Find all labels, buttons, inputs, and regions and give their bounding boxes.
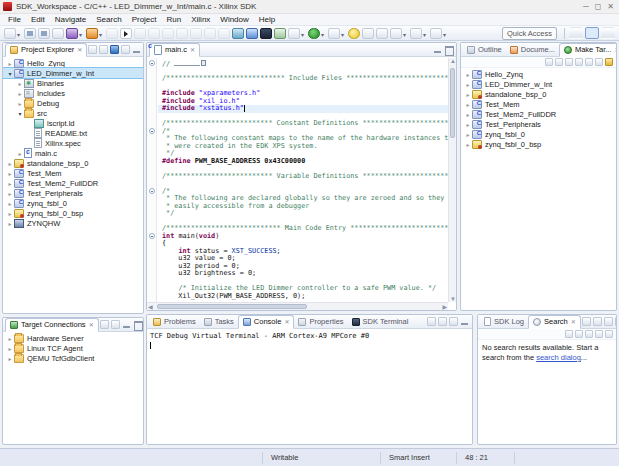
cpp-perspective-button[interactable] [585,27,599,39]
filter-dropdown[interactable] [585,330,593,338]
debug-perspective-icon[interactable] [601,27,615,39]
save-all[interactable] [38,28,50,39]
run-green-dropdown[interactable]: ▾ [308,28,320,39]
run-disabled[interactable] [134,28,146,39]
tree-item-debug[interactable]: ▸Debug [3,98,143,108]
menu-search[interactable]: Search [91,15,126,24]
tree-item-xilinx-spec[interactable]: Xilinx.spec [3,138,143,148]
expand-arrow-icon[interactable]: ▸ [464,141,472,148]
tree-item-test-peripherals[interactable]: ▸Test_Peripherals [3,188,143,198]
fold-marker-icon[interactable] [149,128,155,134]
fold-marker-icon[interactable] [149,60,155,66]
new-dropdown[interactable]: ▾ [4,28,16,39]
expand-arrow-icon[interactable]: ▸ [16,100,24,107]
close-icon[interactable]: ✕ [615,46,618,53]
close-icon[interactable]: ✕ [190,46,195,53]
expand-arrow-icon[interactable]: ▸ [6,355,14,362]
open-perspective-icon[interactable] [569,27,583,39]
tab-problems[interactable]: Problems [149,315,200,329]
tree-item-zynqhw[interactable]: ▸ZYNQHW [3,218,143,228]
maximize-icon[interactable] [444,45,453,54]
wrench-dropdown[interactable]: ▾ [86,28,98,39]
menu-window[interactable]: Window [215,15,253,24]
tab-make-tar[interactable]: Make Tar...✕ [559,43,617,57]
code-area[interactable]: // /***************************** Includ… [158,60,448,302]
expand-arrow-icon[interactable]: ▸ [16,80,24,87]
sort-icon[interactable] [545,58,553,66]
forward-dropdown[interactable]: ▾ [430,28,442,39]
expand-arrow-icon[interactable]: ▸ [6,345,14,352]
pin-icon[interactable] [615,317,617,326]
editor-vertical-scrollbar[interactable]: ▲ ▼ [448,58,456,302]
step-return-disabled[interactable] [218,28,230,39]
tab-tasks[interactable]: Tasks [200,315,238,329]
expand-arrow-icon[interactable]: ▸ [6,220,14,227]
close-icon[interactable]: ✕ [571,318,576,325]
expand-arrow-icon[interactable]: ▾ [16,110,24,117]
tree-item-linux-tcf-agent[interactable]: ▸Linux TCF Agent [3,343,143,353]
tab-project-explorer[interactable]: Project Explorer✕ [5,43,87,57]
pause-disabled[interactable] [148,28,160,39]
open-console-icon[interactable] [427,317,436,326]
tree-item-standalone-bsp-0[interactable]: ▸standalone_bsp_0 [3,158,143,168]
next-annotation[interactable] [376,28,388,39]
connect-icon[interactable] [100,320,109,329]
tab-properties[interactable]: Properties [294,315,347,329]
tab-console[interactable]: Console✕ [238,315,295,329]
view-menu-icon[interactable] [121,45,130,54]
step-over-disabled[interactable] [204,28,216,39]
minimize-icon[interactable] [132,45,141,54]
tree-item-led-dimmer-w-int[interactable]: ▾LED_Dimmer_w_Int [3,68,143,78]
tree-item-zynq-fsbl-0-bsp[interactable]: ▸zynq_fsbl_0_bsp [461,139,616,149]
tab-search[interactable]: Search✕ [528,315,581,329]
link-icon[interactable] [565,58,573,66]
close-window-icon[interactable]: ✕ [607,3,614,11]
relaunch-disabled[interactable] [176,28,188,39]
expand-arrow-icon[interactable]: ▸ [464,101,472,108]
tree-item-binaries[interactable]: ▸Binaries [3,78,143,88]
build-hammer-icon[interactable] [605,58,613,66]
tree-item-hello-zynq[interactable]: ▸Hello_Zynq [3,58,143,68]
tab-target-connections[interactable]: Target Connections✕ [5,318,99,332]
expand-arrow-icon[interactable]: ▸ [16,150,24,157]
new-console-dropdown[interactable] [449,317,458,326]
stop-disabled[interactable] [162,28,174,39]
menu-edit[interactable]: Edit [26,15,50,24]
refresh-icon[interactable] [565,330,573,338]
tree-item-test-mem2-fullddr[interactable]: ▸Test_Mem2_FullDDR [461,109,616,119]
expand-arrow-icon[interactable]: ▸ [464,121,472,128]
menu-help[interactable]: Help [254,15,280,24]
lightbulb-icon[interactable] [348,28,360,39]
new-target-icon[interactable] [575,58,583,66]
build-dropdown[interactable]: ▾ [66,28,78,39]
menu-navigate[interactable]: Navigate [50,15,92,24]
scroll-down-icon[interactable]: ▼ [450,296,456,302]
tree-item-standalone-bsp-0[interactable]: ▸standalone_bsp_0 [461,89,616,99]
menu-icon[interactable] [575,330,583,338]
link-dropdown[interactable]: ▾ [328,28,340,39]
close-icon[interactable]: ✕ [89,321,94,328]
tree-item-led-dimmer-w-int[interactable]: ▸LED_Dimmer_w_Int [461,79,616,89]
fold-marker-icon[interactable] [149,188,155,194]
forward-icon[interactable] [595,58,603,66]
expand-arrow-icon[interactable]: ▸ [6,180,14,187]
expand-arrow-icon[interactable]: ▸ [6,60,14,67]
minimize-window-icon[interactable]: ─ [583,3,589,11]
tree-item-zynq-fsbl-0-bsp[interactable]: ▸zynq_fsbl_0_bsp [3,208,143,218]
tree-item-hello-zynq[interactable]: ▸Hello_Zynq [461,69,616,79]
menu-icon[interactable] [593,317,602,326]
close-icon[interactable]: ✕ [284,318,289,325]
minimize-icon[interactable] [433,45,442,54]
filter-dropdown[interactable] [604,317,613,326]
hide-icon[interactable] [555,58,563,66]
collapse-all-icon[interactable] [88,45,97,54]
console-output[interactable]: TCF Debug Virtual Terminal - ARM Cortex-… [147,330,472,444]
minimize-icon[interactable] [122,320,131,329]
step-into-disabled[interactable] [190,28,202,39]
new-connection-icon[interactable] [111,320,120,329]
tab-outline[interactable]: Outline [463,43,506,57]
search-dialog-link[interactable]: search dialog [536,353,581,362]
expand-arrow-icon[interactable]: ▸ [6,210,14,217]
back-icon[interactable] [585,58,593,66]
expand-arrow-icon[interactable]: ▸ [16,90,24,97]
